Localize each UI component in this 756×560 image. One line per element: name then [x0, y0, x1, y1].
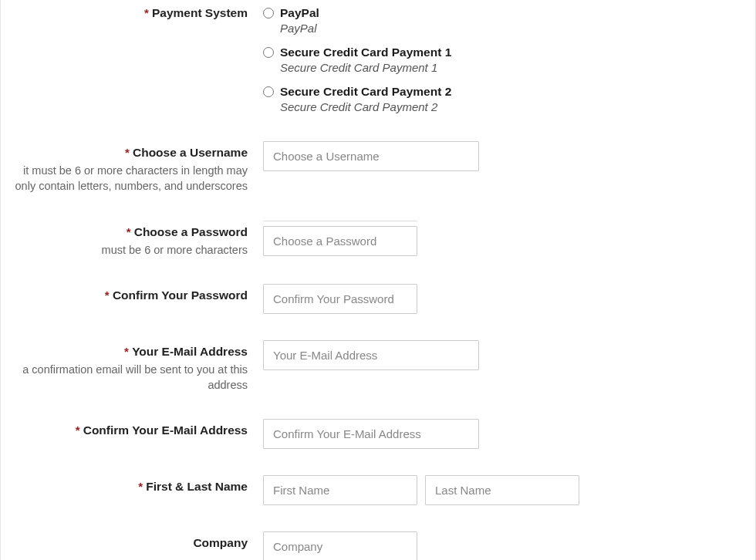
name-row: * First & Last Name	[1, 475, 755, 505]
payment-option-title: Secure Credit Card Payment 2	[280, 85, 451, 99]
payment-option-subtitle: PayPal	[280, 22, 755, 35]
payment-radio-cc1[interactable]: Secure Credit Card Payment 1	[263, 46, 755, 59]
email-row: * Your E-Mail Address a confirmation ema…	[1, 340, 755, 393]
payment-option-cc2: Secure Credit Card Payment 2 Secure Cred…	[263, 85, 755, 113]
payment-option-cc1: Secure Credit Card Payment 1 Secure Cred…	[263, 46, 755, 74]
password-label-col: * Choose a Password must be 6 or more ch…	[1, 221, 263, 258]
confirm-email-row: * Confirm Your E-Mail Address	[1, 419, 755, 449]
payment-radio-cc1-input[interactable]	[263, 47, 274, 58]
confirm-password-input[interactable]	[263, 284, 417, 314]
payment-radio-paypal-input[interactable]	[263, 8, 274, 19]
confirm-email-label: Confirm Your E-Mail Address	[83, 423, 248, 437]
email-label-col: * Your E-Mail Address a confirmation ema…	[1, 340, 263, 393]
required-asterisk: *	[125, 146, 130, 159]
payment-option-title: Secure Credit Card Payment 1	[280, 46, 451, 59]
payment-radio-cc2[interactable]: Secure Credit Card Payment 2	[263, 85, 755, 99]
confirm-email-label-col: * Confirm Your E-Mail Address	[1, 419, 263, 437]
name-label: First & Last Name	[146, 480, 248, 493]
username-label-col: * Choose a Username it must be 6 or more…	[1, 141, 263, 194]
payment-option-paypal: PayPal PayPal	[263, 6, 755, 35]
payment-radio-paypal[interactable]: PayPal	[263, 6, 755, 20]
required-asterisk: *	[124, 345, 129, 358]
company-label-col: Company	[1, 531, 263, 550]
username-hint: it must be 6 or more characters in lengt…	[1, 163, 248, 194]
email-input-col	[263, 340, 755, 370]
email-label: Your E-Mail Address	[132, 345, 248, 358]
username-label: Choose a Username	[133, 146, 248, 159]
confirm-password-input-col	[263, 284, 755, 314]
required-asterisk: *	[144, 6, 149, 19]
first-name-input[interactable]	[263, 475, 417, 505]
company-label: Company	[193, 536, 248, 549]
email-input[interactable]	[263, 340, 479, 370]
payment-radio-cc2-input[interactable]	[263, 86, 274, 97]
confirm-email-input-col	[263, 419, 755, 449]
password-row: * Choose a Password must be 6 or more ch…	[1, 221, 755, 258]
email-hint: a confirmation email will be sent to you…	[1, 362, 248, 393]
payment-system-label: Payment System	[152, 6, 248, 19]
payment-option-title: PayPal	[280, 6, 319, 20]
name-label-col: * First & Last Name	[1, 475, 263, 494]
last-name-input[interactable]	[425, 475, 579, 505]
payment-system-row: * Payment System PayPal PayPal Secure Cr…	[1, 6, 755, 113]
password-input-col	[263, 221, 755, 256]
confirm-password-label: Confirm Your Password	[113, 288, 248, 302]
payment-system-options: PayPal PayPal Secure Credit Card Payment…	[263, 6, 755, 113]
confirm-password-row: * Confirm Your Password	[1, 284, 755, 314]
name-input-col	[263, 475, 755, 505]
password-separator	[263, 221, 417, 221]
password-label: Choose a Password	[134, 225, 248, 238]
payment-system-label-col: * Payment System	[1, 6, 263, 20]
required-asterisk: *	[105, 288, 110, 302]
payment-option-subtitle: Secure Credit Card Payment 2	[280, 100, 755, 113]
password-input[interactable]	[263, 226, 417, 256]
required-asterisk: *	[127, 225, 131, 238]
company-input[interactable]	[263, 531, 417, 560]
name-fields	[263, 475, 755, 505]
username-input[interactable]	[263, 141, 479, 171]
required-asterisk: *	[76, 423, 80, 437]
company-row: Company	[1, 531, 755, 560]
username-row: * Choose a Username it must be 6 or more…	[1, 141, 755, 194]
confirm-password-label-col: * Confirm Your Password	[1, 284, 263, 302]
company-input-col	[263, 531, 755, 560]
required-asterisk: *	[138, 480, 143, 493]
username-input-col	[263, 141, 755, 171]
password-hint: must be 6 or more characters	[1, 242, 248, 258]
confirm-email-input[interactable]	[263, 419, 479, 449]
payment-option-subtitle: Secure Credit Card Payment 1	[280, 61, 755, 74]
